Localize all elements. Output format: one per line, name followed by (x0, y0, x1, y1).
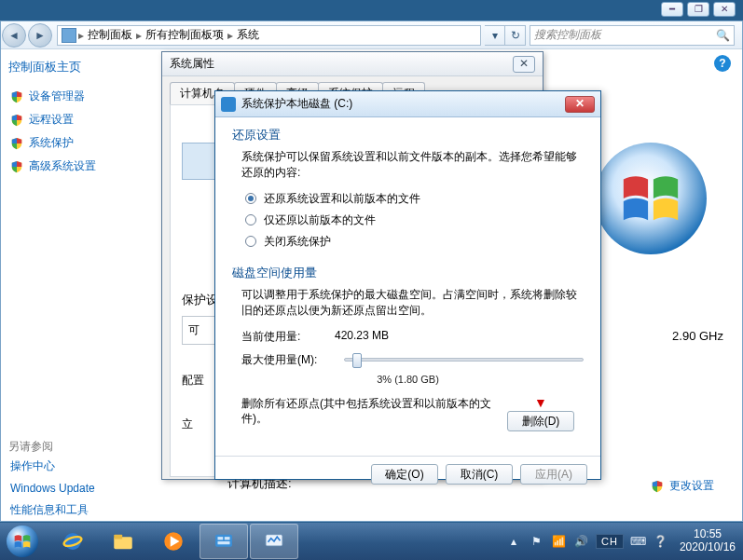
tray-help-icon[interactable]: ❔ (653, 533, 669, 550)
tray-volume-icon[interactable]: 🔊 (572, 533, 589, 550)
breadcrumb[interactable]: 系统 (235, 27, 261, 43)
address-buttons: ▾ ↻ (485, 25, 526, 46)
sidebar-item-label: 设备管理器 (29, 89, 85, 104)
system-protection-icon (182, 143, 219, 180)
slider-thumb[interactable] (352, 353, 362, 368)
search-icon: 🔍 (716, 29, 730, 42)
dialog-titlebar[interactable]: 系统保护本地磁盘 (C:) ✕ (215, 91, 600, 117)
max-usage-percent: 3% (1.80 GB) (232, 374, 584, 385)
clock-time: 10:55 (680, 528, 736, 541)
apply-button[interactable]: 应用(A) (520, 464, 587, 485)
breadcrumb[interactable]: 所有控制面板项 (144, 27, 226, 43)
search-input[interactable]: 搜索控制面板 🔍 (530, 25, 735, 46)
clock[interactable]: 10:55 2020/10/16 (672, 528, 743, 554)
restore-settings-heading: 还原设置 (232, 127, 584, 143)
svg-rect-6 (215, 535, 232, 547)
see-also-perf[interactable]: 性能信息和工具 (8, 499, 157, 522)
dialog-button-row: 确定(O) 取消(C) 应用(A) (215, 456, 600, 492)
dialog-title: 系统属性 (170, 56, 513, 72)
dialog-title: 系统保护本地磁盘 (C:) (241, 96, 565, 112)
help-icon[interactable]: ? (714, 55, 731, 72)
window-controls: ━ ❐ ✕ (661, 2, 736, 17)
language-indicator[interactable]: CH (596, 534, 624, 549)
taskbar: ▴ ⚑ 📶 🔊 CH ⌨ ❔ 10:55 2020/10/16 (0, 523, 743, 560)
close-button[interactable]: ✕ (713, 2, 736, 17)
search-placeholder: 搜索控制面板 (534, 27, 601, 43)
sidebar-item-label: 高级系统设置 (29, 158, 96, 174)
nav-forward-button[interactable]: ► (28, 23, 52, 48)
taskbar-system[interactable] (250, 524, 298, 559)
current-usage-value: 420.23 MB (335, 329, 389, 345)
dialog-close-button[interactable]: ✕ (565, 96, 595, 113)
breadcrumb[interactable]: 控制面板 (86, 27, 134, 43)
svg-rect-9 (218, 541, 230, 544)
refresh-button[interactable]: ↻ (505, 25, 526, 46)
minimize-button[interactable]: ━ (661, 2, 683, 17)
sidebar-item-label: 系统保护 (29, 135, 74, 151)
dialog-close-button[interactable]: ✕ (513, 56, 535, 73)
address-dropdown-button[interactable]: ▾ (485, 25, 505, 46)
sidebar-item-remote[interactable]: 远程设置 (8, 108, 157, 131)
sidebar: 控制面板主页 设备管理器 远程设置 系统保护 高级系统设置 另请参阅 操作中心 … (1, 49, 164, 521)
ok-button[interactable]: 确定(O) (371, 464, 438, 485)
see-also-action-center[interactable]: 操作中心 (8, 455, 157, 478)
change-settings-link[interactable]: 更改设置 (651, 478, 714, 494)
start-button[interactable] (0, 523, 45, 560)
see-also-windows-update[interactable]: Windows Update (8, 478, 157, 499)
shield-icon (10, 90, 23, 103)
taskbar-explorer[interactable] (99, 524, 147, 559)
radio-dot-icon (245, 193, 256, 204)
max-usage-label: 最大使用量(M): (241, 352, 335, 368)
dialog-icon (221, 97, 236, 112)
shield-icon (651, 480, 664, 493)
control-panel-icon (62, 28, 76, 43)
navigation-bar: ◄ ► ▸ 控制面板 ▸ 所有控制面板项 ▸ 系统 ▾ ↻ 搜索控制面板 🔍 (1, 21, 742, 49)
system-protection-disk-dialog: 系统保护本地磁盘 (C:) ✕ 还原设置 系统保护可以保留系统设置和以前文件版本… (214, 90, 601, 480)
current-usage-label: 当前使用量: (241, 329, 335, 345)
shield-icon (10, 114, 23, 127)
see-also-title: 另请参阅 (8, 439, 157, 455)
restore-settings-desc: 系统保护可以保留系统设置和以前文件版本的副本。选择您希望能够还原的内容: (241, 149, 584, 182)
radio-restore-files-only[interactable]: 仅还原以前版本的文件 (245, 212, 584, 228)
sidebar-item-sysprotect[interactable]: 系统保护 (8, 131, 157, 155)
sidebar-item-advanced[interactable]: 高级系统设置 (8, 155, 157, 178)
maximize-button[interactable]: ❐ (687, 2, 709, 17)
red-arrow-icon: ▼ (507, 396, 574, 409)
clock-date: 2020/10/16 (680, 541, 736, 554)
radio-restore-system-and-files[interactable]: 还原系统设置和以前版本的文件 (245, 191, 584, 207)
tray-keyboard-icon[interactable]: ⌨ (630, 533, 647, 550)
shield-icon (10, 160, 23, 173)
dialog-titlebar[interactable]: 系统属性 ✕ (162, 52, 543, 76)
address-bar[interactable]: ▸ 控制面板 ▸ 所有控制面板项 ▸ 系统 (57, 25, 481, 46)
disk-usage-desc: 可以调整用于系统保护的最大磁盘空间。占满空间时，系统将删除较旧的还原点以便为新还… (241, 287, 584, 320)
system-tray: ▴ ⚑ 📶 🔊 CH ⌨ ❔ 10:55 2020/10/16 (502, 523, 743, 560)
taskbar-ie[interactable] (48, 524, 97, 559)
svg-rect-3 (114, 535, 122, 540)
disk-usage-heading: 磁盘空间使用量 (232, 265, 584, 281)
windows-logo (595, 143, 707, 254)
taskbar-control-panel[interactable] (200, 524, 248, 559)
svg-rect-7 (218, 537, 224, 540)
cancel-button[interactable]: 取消(C) (446, 464, 513, 485)
tray-up-icon[interactable]: ▴ (505, 533, 522, 550)
radio-dot-icon (245, 236, 256, 247)
sidebar-item-label: 远程设置 (29, 112, 74, 128)
nav-back-button[interactable]: ◄ (2, 23, 26, 48)
radio-dot-icon (245, 214, 256, 225)
tray-flag-icon[interactable]: ⚑ (528, 533, 544, 550)
sidebar-item-devmgr[interactable]: 设备管理器 (8, 85, 157, 108)
sidebar-title[interactable]: 控制面板主页 (8, 59, 157, 75)
max-usage-slider[interactable] (344, 358, 584, 362)
cpu-speed: 2.90 GHz (672, 329, 723, 343)
taskbar-media-player[interactable] (149, 524, 198, 559)
windows-orb-icon (7, 526, 38, 557)
tray-network-icon[interactable]: 📶 (550, 533, 567, 550)
shield-icon (10, 137, 23, 150)
delete-button[interactable]: 删除(D) (507, 411, 574, 431)
delete-restore-points-desc: 删除所有还原点(其中包括系统设置和以前版本的文件)。 (241, 396, 496, 428)
radio-disable-protection[interactable]: 关闭系统保护 (245, 234, 584, 250)
svg-rect-8 (225, 537, 230, 540)
